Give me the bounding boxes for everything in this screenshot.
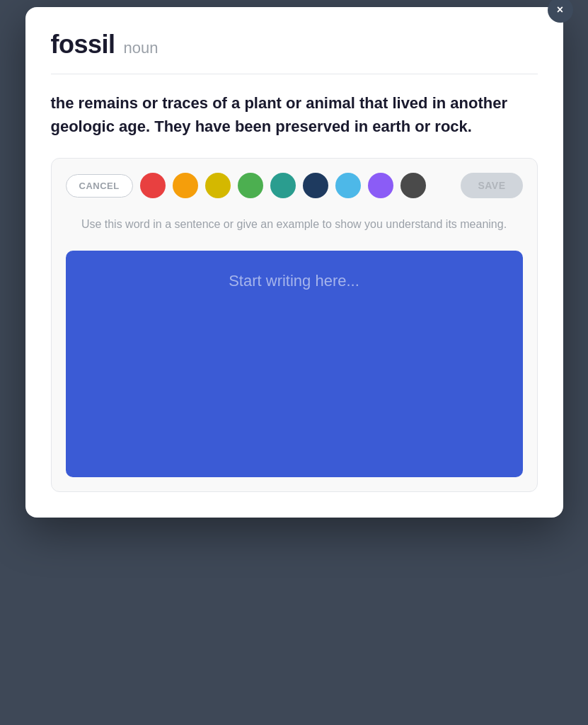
word-header: fossil noun xyxy=(51,30,538,59)
header-divider xyxy=(51,74,538,74)
color-dot-orange[interactable] xyxy=(173,173,198,198)
color-dot-yellow[interactable] xyxy=(205,173,231,198)
writing-area[interactable]: Start writing here... xyxy=(66,251,523,477)
color-dot-teal[interactable] xyxy=(270,173,296,198)
writing-placeholder: Start writing here... xyxy=(229,272,359,290)
color-row: CANCEL SAVE xyxy=(66,173,523,198)
cancel-button[interactable]: CANCEL xyxy=(66,174,133,198)
color-dot-blue[interactable] xyxy=(335,173,361,198)
color-dot-green[interactable] xyxy=(238,173,263,198)
instruction-text: Use this word in a sentence or give an e… xyxy=(66,210,523,239)
color-dot-darkgray[interactable] xyxy=(400,173,426,198)
definition-text: the remains or traces of a plant or anim… xyxy=(51,91,538,138)
color-dot-purple[interactable] xyxy=(368,173,393,198)
color-dot-red[interactable] xyxy=(140,173,166,198)
save-button[interactable]: SAVE xyxy=(461,173,522,198)
word-title: fossil xyxy=(51,30,115,59)
modal: × fossil noun the remains or traces of a… xyxy=(25,7,563,518)
color-dot-navy[interactable] xyxy=(303,173,328,198)
part-of-speech: noun xyxy=(124,39,158,57)
close-icon: × xyxy=(557,4,563,16)
close-button[interactable]: × xyxy=(548,0,573,23)
card-area: CANCEL SAVE Use this word in a sentence … xyxy=(51,158,538,492)
